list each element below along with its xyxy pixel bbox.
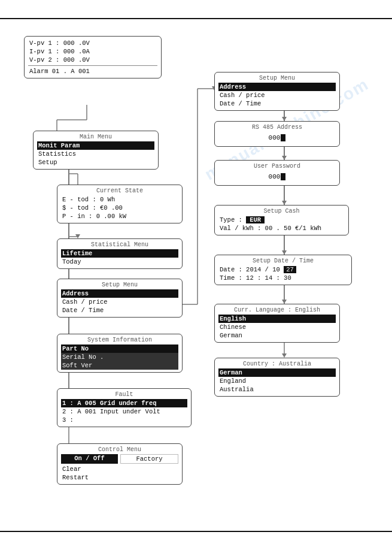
rs485-title: RS 485 Address xyxy=(218,124,336,131)
alarm-line: Alarm 01 . A 001 xyxy=(28,67,157,75)
country-german[interactable]: German xyxy=(218,368,336,377)
setup-cash-type-label: Type : xyxy=(220,216,242,223)
country-box: Country : Australia German England Austr… xyxy=(214,358,340,397)
fault-box: Fault 1 : A 005 Grid under freq 2 : A 00… xyxy=(57,388,192,427)
display-line-2: I-pv 1 : 000 .0A xyxy=(28,47,157,56)
current-state-box: Current State E - tod : 0 Wh $ - tod : €… xyxy=(57,185,183,223)
setup-menu-right-cash[interactable]: Cash / price xyxy=(218,91,336,99)
country-title: Country : Australia xyxy=(218,361,336,367)
display-box: V-pv 1 : 000 .0V I-pv 1 : 000 .0A V-pv 2… xyxy=(24,36,162,78)
setup-menu-left-box: Setup Menu Address Cash / price Date / T… xyxy=(57,279,183,318)
system-info-box: System Information Part No Serial No . S… xyxy=(57,334,183,373)
setup-datetime-date[interactable]: Date : 2014 / 10 27 xyxy=(218,265,348,274)
control-menu-title: Control Menu xyxy=(61,446,178,453)
setup-menu-left-cash[interactable]: Cash / price xyxy=(61,298,178,306)
main-menu-box: Main Menu Monit Param Statistics Setup xyxy=(33,131,159,170)
user-password-number: 000 xyxy=(269,173,281,180)
control-menu-restart[interactable]: Restart xyxy=(61,473,178,482)
display-line-1: V-pv 1 : 000 .0V xyxy=(28,39,157,47)
system-info-serialno[interactable]: Serial No . xyxy=(61,353,178,361)
statistical-menu-lifetime[interactable]: Lifetime xyxy=(61,249,178,258)
control-menu-box: Control Menu On / Off Factory Clear Rest… xyxy=(57,443,183,485)
setup-cash-type-value: EUR xyxy=(246,216,265,223)
main-menu-item-monit[interactable]: Monit Param xyxy=(37,141,154,150)
system-info-title: System Information xyxy=(61,337,178,343)
svg-marker-30 xyxy=(282,156,287,160)
control-menu-onoff[interactable]: On / Off xyxy=(61,454,118,464)
user-password-box: User Password 000 xyxy=(214,160,340,186)
current-state-pin: P - in : 0 .00 kW xyxy=(61,212,178,220)
main-menu-item-statistics[interactable]: Statistics xyxy=(37,150,154,158)
svg-marker-32 xyxy=(282,201,287,205)
control-menu-clear[interactable]: Clear xyxy=(61,465,178,473)
setup-cash-val: Val / kWh : 00 . 50 €/1 kWh xyxy=(218,224,345,232)
svg-marker-28 xyxy=(282,117,287,121)
current-state-etod: E - tod : 0 Wh xyxy=(61,195,178,204)
control-menu-factory[interactable]: Factory xyxy=(120,454,178,464)
setup-menu-left-address[interactable]: Address xyxy=(61,289,178,298)
country-england[interactable]: England xyxy=(218,377,336,385)
statistical-menu-today[interactable]: Today xyxy=(61,258,178,266)
language-german[interactable]: German xyxy=(218,331,336,340)
main-menu-item-setup[interactable]: Setup xyxy=(37,158,154,167)
setup-menu-left-title: Setup Menu xyxy=(61,282,178,288)
svg-marker-38 xyxy=(282,353,287,358)
setup-menu-left-datetime[interactable]: Date / Time xyxy=(61,306,178,315)
setup-datetime-title: Setup Date / Time xyxy=(218,258,348,264)
main-menu-title: Main Menu xyxy=(37,134,154,140)
statistical-menu-box: Statistical Menu Lifetime Today xyxy=(57,238,183,269)
system-info-partno[interactable]: Part No xyxy=(61,344,178,353)
fault-item-3[interactable]: 3 : xyxy=(61,416,187,424)
setup-menu-right-title: Setup Menu xyxy=(218,75,336,81)
language-english[interactable]: English xyxy=(218,315,336,323)
setup-cash-box: Setup Cash Type : EUR Val / kWh : 00 . 5… xyxy=(214,205,349,235)
setup-menu-right-box: Setup Menu Address Cash / price Date / T… xyxy=(214,72,340,111)
setup-date-label: Date : 2014 / 10 xyxy=(220,266,280,273)
user-password-title: User Password xyxy=(218,163,336,170)
current-state-stod: $ - tod : €0 .00 xyxy=(61,204,178,212)
setup-cash-type[interactable]: Type : EUR xyxy=(218,216,345,224)
rs485-number: 000 xyxy=(269,134,281,141)
setup-datetime-box: Setup Date / Time Date : 2014 / 10 27 Ti… xyxy=(214,255,352,285)
setup-menu-right-address[interactable]: Address xyxy=(218,83,336,91)
language-chinese[interactable]: Chinese xyxy=(218,323,336,331)
setup-date-value: 27 xyxy=(284,266,296,273)
rs485-box: RS 485 Address 000 xyxy=(214,121,340,147)
user-password-value[interactable]: 000 xyxy=(218,171,336,183)
svg-marker-10 xyxy=(75,234,80,238)
language-box: Curr. Language : English English Chinese… xyxy=(214,304,340,343)
current-state-title: Current State xyxy=(61,188,178,194)
rs485-cursor xyxy=(281,134,285,141)
user-password-cursor xyxy=(281,173,285,180)
country-australia[interactable]: Australia xyxy=(218,385,336,394)
setup-menu-right-datetime[interactable]: Date / Time xyxy=(218,99,336,108)
language-title: Curr. Language : English xyxy=(218,307,336,313)
setup-cash-title: Setup Cash xyxy=(218,208,345,214)
fault-title: Fault xyxy=(61,391,187,398)
bottom-border-line xyxy=(0,531,392,532)
top-border-line xyxy=(0,18,392,19)
svg-marker-36 xyxy=(282,300,287,304)
system-info-softver[interactable]: Soft Ver xyxy=(61,361,178,370)
svg-marker-34 xyxy=(282,250,287,255)
fault-item-2[interactable]: 2 : A 001 Input under Volt xyxy=(61,407,187,416)
rs485-value[interactable]: 000 xyxy=(218,132,336,144)
display-line-3: V-pv 2 : 000 .0V xyxy=(28,56,157,64)
statistical-menu-title: Statistical Menu xyxy=(61,241,178,248)
setup-datetime-time: Time : 12 : 14 : 30 xyxy=(218,274,348,282)
fault-item-1[interactable]: 1 : A 005 Grid under freq xyxy=(61,399,187,407)
